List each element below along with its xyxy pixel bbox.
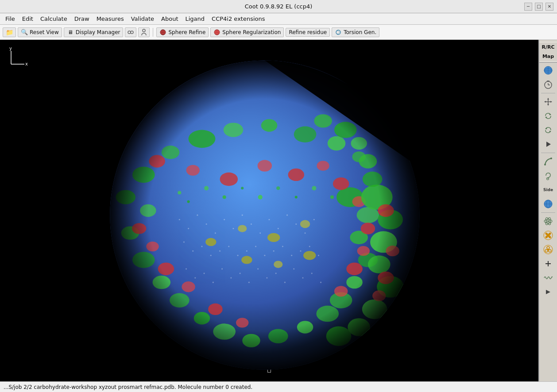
menu-calculate[interactable]: Calculate xyxy=(37,15,71,23)
timer-button[interactable] xyxy=(540,78,556,91)
menu-edit[interactable]: Edit xyxy=(19,15,37,23)
svg-point-163 xyxy=(547,220,549,222)
sphere-refine-button[interactable]: Sphere Refine xyxy=(156,27,209,37)
side-button[interactable]: Side xyxy=(540,183,556,196)
hazard1-button[interactable] xyxy=(540,229,556,242)
side-view-button[interactable] xyxy=(540,197,556,211)
window-controls: ─ □ ✕ xyxy=(524,3,553,11)
svg-point-168 xyxy=(545,250,548,252)
reset-view-label: Reset View xyxy=(30,29,59,35)
sphere-regularization-button[interactable]: Sphere Regularization xyxy=(210,27,284,37)
x-axis-label: x xyxy=(25,61,28,66)
sphere-visualization xyxy=(0,40,538,381)
refine-residue-button[interactable]: Refine residue xyxy=(286,28,330,37)
svg-marker-150 xyxy=(547,104,549,106)
svg-marker-151 xyxy=(544,101,546,103)
titlebar: Coot 0.9.8.92 EL (ccp4) ─ □ ✕ xyxy=(0,0,557,13)
svg-marker-152 xyxy=(550,101,552,103)
svg-point-4 xyxy=(160,30,166,35)
side-globe-icon xyxy=(543,199,553,209)
minimize-button[interactable]: ─ xyxy=(524,3,532,11)
rotate1-icon xyxy=(544,111,553,120)
biohazard-icon xyxy=(543,245,553,254)
close-button[interactable]: ✕ xyxy=(545,3,553,11)
person-icon xyxy=(140,29,147,36)
svg-point-6 xyxy=(214,30,220,35)
wave-icon xyxy=(544,275,553,281)
rp-divider-3 xyxy=(541,212,555,213)
svg-point-170 xyxy=(547,249,549,250)
lasso-icon xyxy=(544,171,553,180)
svg-point-3 xyxy=(143,29,145,32)
arrow-right-icon xyxy=(545,289,551,295)
svg-marker-153 xyxy=(546,142,551,147)
folder-icon: 📁 xyxy=(6,29,13,36)
display-icon: 🖥 xyxy=(67,29,74,36)
side-label: Side xyxy=(543,188,553,192)
svg-marker-173 xyxy=(546,290,550,294)
magnifier-icon: 🔍 xyxy=(21,29,28,36)
statusbar: ...S/job 2/2 carbohydrate-workshop xyzou… xyxy=(0,381,557,392)
sphere-regularization-label: Sphere Regularization xyxy=(222,29,281,35)
extra-btn-1[interactable] xyxy=(125,27,136,37)
torsion-icon xyxy=(335,29,342,36)
menu-file[interactable]: File xyxy=(2,15,19,23)
rotate2-button[interactable] xyxy=(540,123,556,137)
status-text: ...S/job 2/2 carbohydrate-workshop xyzou… xyxy=(4,384,252,390)
menu-draw[interactable]: Draw xyxy=(71,15,93,23)
lasso-button[interactable] xyxy=(540,169,556,182)
open-file-button[interactable]: 📁 xyxy=(3,27,16,37)
svg-point-155 xyxy=(550,158,552,159)
torsion-gen-button[interactable]: Torsion Gen. xyxy=(332,27,379,37)
viewport[interactable]: y x xyxy=(0,40,538,381)
menu-ligand[interactable]: Ligand xyxy=(182,15,209,23)
atom-icon xyxy=(544,217,553,226)
sphere-regularization-icon xyxy=(213,29,220,36)
y-axis-label: y xyxy=(9,46,12,51)
chain-icon xyxy=(127,29,134,36)
reset-view-button[interactable]: 🔍 Reset View xyxy=(18,27,62,37)
radiation-icon xyxy=(543,231,553,240)
translate-icon xyxy=(544,97,553,106)
translate-button[interactable] xyxy=(540,95,556,108)
menu-validate[interactable]: Validate xyxy=(128,15,158,23)
extra-btn-2[interactable] xyxy=(138,27,150,37)
menu-ccp4i2[interactable]: CCP4i2 extensions xyxy=(208,15,268,23)
hazard2-button[interactable] xyxy=(540,243,556,256)
window-title: Coot 0.9.8.92 EL (ccp4) xyxy=(245,3,313,10)
toolbar-separator-1 xyxy=(153,28,153,37)
rc-map-panel: R/RC Map xyxy=(539,42,557,63)
axis-indicator: y x xyxy=(4,44,31,71)
svg-point-154 xyxy=(544,164,546,165)
globe-icon xyxy=(543,65,553,75)
rotate1-button[interactable] xyxy=(540,109,556,123)
svg-point-169 xyxy=(549,250,551,252)
menu-about[interactable]: About xyxy=(158,15,182,23)
bond-button[interactable] xyxy=(540,155,556,168)
play-icon xyxy=(545,141,551,147)
display-manager-label: Display Manager xyxy=(76,29,120,35)
plus-button[interactable] xyxy=(540,257,556,270)
rotate2-icon xyxy=(544,126,553,135)
refine-residue-label: Refine residue xyxy=(289,29,327,35)
plus-icon xyxy=(545,260,552,267)
menubar: File Edit Calculate Draw Measures Valida… xyxy=(0,13,557,25)
sphere-refine-icon xyxy=(159,29,166,36)
display-manager-button[interactable]: 🖥 Display Manager xyxy=(64,27,124,37)
wave-button[interactable] xyxy=(540,271,556,284)
globe-button[interactable] xyxy=(540,64,556,77)
main-area: y x xyxy=(0,40,557,381)
atom-button[interactable] xyxy=(540,215,556,228)
rc-button[interactable]: R/RC xyxy=(539,42,557,52)
rp-divider-1 xyxy=(541,93,555,93)
map-button[interactable]: Map xyxy=(539,52,557,61)
play-button[interactable] xyxy=(540,138,556,151)
rp-divider-2 xyxy=(541,153,555,153)
arrow-right-button[interactable] xyxy=(540,285,556,299)
toolbar: 📁 🔍 Reset View 🖥 Display Manager Sphere … xyxy=(0,25,557,40)
menu-measures[interactable]: Measures xyxy=(93,15,128,23)
maximize-button[interactable]: □ xyxy=(535,3,543,11)
torsion-gen-label: Torsion Gen. xyxy=(344,29,376,35)
svg-marker-149 xyxy=(547,98,549,100)
right-panel: R/RC Map xyxy=(538,40,557,381)
